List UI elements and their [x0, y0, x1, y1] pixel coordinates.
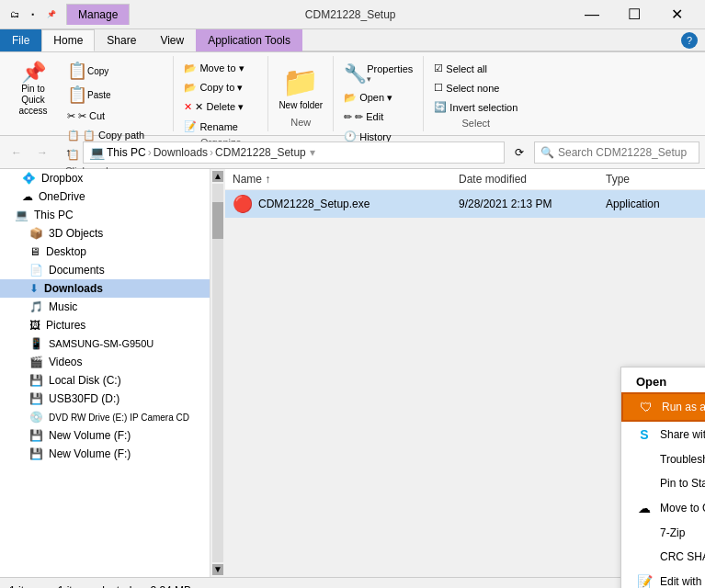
- organize-group: 📂 Move to ▾ 📂 Copy to ▾ ✕ ✕ Delete ▾ 📝 R…: [174, 56, 268, 131]
- ctx-run-as-admin-label: Run as administrator: [662, 401, 705, 413]
- tab-view[interactable]: View: [148, 29, 196, 51]
- tab-file[interactable]: File: [0, 29, 41, 51]
- sidebar-item-downloads[interactable]: ⬇ Downloads: [0, 279, 210, 298]
- ctx-crc-sha[interactable]: CRC SHA ›: [621, 545, 705, 569]
- new-label: New: [290, 117, 311, 128]
- open-button[interactable]: 📂 Open ▾: [339, 89, 417, 107]
- manage-tab[interactable]: Manage: [66, 4, 130, 25]
- col-header-date[interactable]: Date modified: [459, 173, 606, 186]
- search-input[interactable]: [558, 146, 693, 159]
- downloads-icon: ⬇: [29, 282, 39, 295]
- invert-selection-button[interactable]: 🔄 Invert selection: [429, 98, 522, 116]
- copy-button[interactable]: 📋 Copy: [63, 60, 167, 82]
- move-to-label: Move to ▾: [199, 62, 244, 74]
- properties-button[interactable]: 🔧 Properties ▾: [339, 60, 417, 87]
- sidebar-item-pictures[interactable]: 🖼 Pictures: [0, 316, 210, 334]
- search-box[interactable]: 🔍: [534, 141, 699, 164]
- select-all-button[interactable]: ☑ Select all: [429, 60, 522, 77]
- sidebar-label-dvd: DVD RW Drive (E:) IP Camera CD: [49, 413, 189, 423]
- ctx-pin-start[interactable]: Pin to Start: [621, 471, 705, 495]
- minimize-button[interactable]: —: [571, 0, 613, 29]
- pin-label: Pin to Quick access: [10, 84, 56, 117]
- tab-app-tools[interactable]: Application Tools: [196, 29, 302, 51]
- copy-path-label: 📋 Copy path: [83, 130, 144, 141]
- tab-share[interactable]: Share: [95, 29, 148, 51]
- ctx-7zip[interactable]: 7-Zip ›: [621, 521, 705, 545]
- paste-button[interactable]: 📋 Paste: [63, 84, 167, 106]
- scroll-down-btn[interactable]: ▼: [212, 564, 223, 575]
- tab-home[interactable]: Home: [41, 29, 95, 51]
- usb-icon: 💾: [29, 392, 43, 405]
- scroll-track[interactable]: [212, 184, 223, 562]
- rename-button[interactable]: 📝 Rename: [179, 118, 262, 135]
- sidebar-item-new-volume-f[interactable]: 💾 New Volume (F:): [0, 426, 210, 445]
- ctx-share-skype-label: Share with Skype: [660, 428, 705, 441]
- sidebar-item-new-volume-f2[interactable]: 💾 New Volume (F:): [0, 445, 210, 463]
- back-button[interactable]: ←: [6, 141, 28, 164]
- invert-label: Invert selection: [449, 102, 517, 113]
- main-content: 💠 Dropbox ☁ OneDrive 💻 This PC 📦 3D Obje…: [0, 169, 705, 577]
- onedrive-icon: ☁: [22, 190, 33, 203]
- delete-button[interactable]: ✕ ✕ Delete ▾: [179, 98, 262, 116]
- sidebar-item-this-pc[interactable]: 💻 This PC: [0, 206, 210, 224]
- move-icon: 📂: [184, 62, 197, 74]
- col-header-type[interactable]: Type: [606, 173, 698, 186]
- select-all-label: Select all: [446, 63, 487, 74]
- sidebar-item-documents[interactable]: 📄 Documents: [0, 261, 210, 279]
- pin-icon: 📌: [21, 62, 46, 83]
- delete-icon: ✕: [184, 101, 192, 113]
- select-none-button[interactable]: ☐ Select none: [429, 79, 522, 96]
- sidebar-item-3d-objects[interactable]: 📦 3D Objects: [0, 224, 210, 243]
- sidebar-scrollbar[interactable]: ▲ ▼: [210, 169, 225, 577]
- address-path[interactable]: 💻 This PC › Downloads › CDM21228_Setup ▾: [83, 141, 505, 164]
- cut-button[interactable]: ✂ ✂ Cut: [63, 107, 167, 125]
- scroll-up-btn[interactable]: ▲: [212, 171, 223, 182]
- ctx-run-as-admin[interactable]: 🛡 Run as administrator: [621, 392, 705, 422]
- pin-quick-access-button[interactable]: 📌 Pin to Quick access: [6, 60, 61, 119]
- path-this-pc[interactable]: 💻 This PC: [89, 145, 146, 160]
- close-button[interactable]: ✕: [655, 0, 698, 29]
- new-folder-button[interactable]: 📁 New folder: [274, 60, 327, 115]
- select-buttons: ☑ Select all ☐ Select none 🔄 Invert sele…: [429, 60, 522, 116]
- title-bar: 🗂 ▪ 📌 Manage CDM21228_Setup — ☐ ✕: [0, 0, 705, 29]
- path-cdm[interactable]: CDM21228_Setup: [215, 146, 306, 159]
- maximize-button[interactable]: ☐: [613, 0, 655, 29]
- music-icon: 🎵: [29, 300, 43, 313]
- scroll-thumb[interactable]: [212, 202, 223, 239]
- select-none-icon: ☐: [434, 82, 443, 94]
- new-volume-f-icon: 💾: [29, 429, 43, 442]
- sidebar-item-local-disk[interactable]: 💾 Local Disk (C:): [0, 371, 210, 390]
- ctx-7zip-label: 7-Zip: [660, 526, 685, 539]
- edit-button[interactable]: ✏ ✏ Edit: [339, 108, 417, 126]
- window-title: CDM21228_Setup: [130, 8, 571, 21]
- up-button[interactable]: ↑: [57, 141, 79, 164]
- dropdown-arrow[interactable]: ▾: [310, 146, 315, 159]
- sidebar-item-videos[interactable]: 🎬 Videos: [0, 353, 210, 371]
- select-group: ☑ Select all ☐ Select none 🔄 Invert sele…: [424, 56, 528, 131]
- table-row[interactable]: 🔴 CDM21228_Setup.exe 9/28/2021 2:13 PM A…: [225, 190, 705, 218]
- skype-icon: S: [636, 427, 653, 442]
- path-downloads[interactable]: Downloads: [154, 146, 208, 159]
- clipboard-group: 📌 Pin to Quick access 📋 Copy 📋 Paste ✂ ✂…: [0, 56, 174, 131]
- ctx-share-skype[interactable]: S Share with Skype: [621, 422, 705, 447]
- ctx-notepad[interactable]: 📝 Edit with Notepad++: [621, 569, 705, 588]
- ctx-troubleshoot-label: Troubleshoot compatibility: [660, 453, 705, 466]
- sidebar-item-music[interactable]: 🎵 Music: [0, 298, 210, 316]
- sidebar-item-desktop[interactable]: 🖥 Desktop: [0, 243, 210, 261]
- organize-buttons: 📂 Move to ▾ 📂 Copy to ▾ ✕ ✕ Delete ▾ 📝 R…: [179, 60, 262, 135]
- col-header-name[interactable]: Name ↑: [233, 173, 459, 186]
- copy-to-button[interactable]: 📂 Copy to ▾: [179, 79, 262, 96]
- ctx-troubleshoot[interactable]: Troubleshoot compatibility: [621, 447, 705, 471]
- help-icon[interactable]: ?: [681, 32, 698, 49]
- ctx-pin-start-label: Pin to Start: [660, 477, 705, 490]
- forward-button[interactable]: →: [31, 141, 53, 164]
- move-to-button[interactable]: 📂 Move to ▾: [179, 60, 262, 77]
- cut-label: ✂ Cut: [78, 110, 105, 122]
- ctx-move-onedrive[interactable]: ☁ Move to OneDrive: [621, 495, 705, 521]
- sidebar-item-onedrive[interactable]: ☁ OneDrive: [0, 187, 210, 206]
- sidebar-item-dvd[interactable]: 💿 DVD RW Drive (E:) IP Camera CD: [0, 408, 210, 426]
- refresh-button[interactable]: ⟳: [508, 141, 530, 164]
- sidebar-item-samsung[interactable]: 📱 SAMSUNG-SM-G950U: [0, 334, 210, 353]
- sidebar-item-dropbox[interactable]: 💠 Dropbox: [0, 169, 210, 187]
- sidebar-item-usb[interactable]: 💾 USB30FD (D:): [0, 390, 210, 408]
